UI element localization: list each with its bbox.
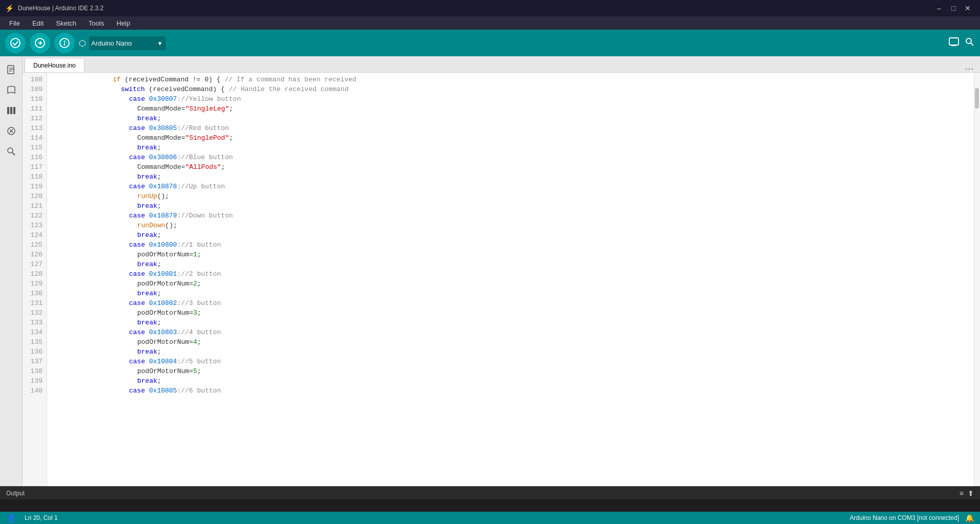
tab-dunehouse[interactable]: DuneHouse.ino xyxy=(25,58,84,72)
code-line-132: podOrMotorNum=3; xyxy=(55,308,974,318)
output-content xyxy=(0,499,980,512)
code-line-118: break; xyxy=(55,172,974,182)
editor-area: DuneHouse.ino … 108 109 110 111 112 113 … xyxy=(23,56,980,486)
code-line-135: podOrMotorNum=4; xyxy=(55,337,974,347)
code-editor[interactable]: 108 109 110 111 112 113 114 115 116 117 … xyxy=(23,73,980,486)
svg-line-21 xyxy=(12,152,15,155)
status-notification-icon: 🔔 xyxy=(965,514,974,522)
menu-help[interactable]: Help xyxy=(111,18,135,28)
code-line-130: break; xyxy=(55,289,974,298)
output-scroll-button[interactable]: ⬆ xyxy=(968,489,974,497)
board-selector-wrapper[interactable]: ⬡ Arduino Nano ▾ xyxy=(79,36,166,50)
code-line-117: CommandMode="AllPods"; xyxy=(55,162,974,172)
main-layout: DuneHouse.ino … 108 109 110 111 112 113 … xyxy=(0,56,980,486)
status-user-icon: 👤 xyxy=(6,513,16,523)
svg-point-3 xyxy=(64,41,66,42)
code-line-133: break; xyxy=(55,318,974,328)
debug-button[interactable] xyxy=(54,33,75,53)
menu-sketch[interactable]: Sketch xyxy=(51,18,81,28)
statusbar: 👤 Ln 20, Col 1 Arduino Nano on COM3 [not… xyxy=(0,512,980,524)
output-header: Output ≡ ⬆ xyxy=(0,487,980,499)
code-line-116: case 0x30806://Blue button xyxy=(55,152,974,162)
serial-monitor-button[interactable] xyxy=(948,36,960,50)
svg-point-0 xyxy=(11,38,20,48)
svg-rect-14 xyxy=(7,107,9,114)
svg-point-20 xyxy=(8,148,13,153)
svg-rect-15 xyxy=(10,107,12,114)
code-line-119: case 0x10878://Up button xyxy=(55,182,974,191)
code-line-128: case 0x10801://2 button xyxy=(55,269,974,279)
output-label: Output xyxy=(6,490,25,497)
code-line-112: break; xyxy=(55,114,974,123)
code-line-120: runUp(); xyxy=(55,191,974,201)
svg-rect-16 xyxy=(13,107,15,114)
svg-line-9 xyxy=(971,43,973,46)
sidebar-item-libraries[interactable] xyxy=(2,101,20,120)
code-line-111: CommandMode="SingleLeg"; xyxy=(55,104,974,114)
code-line-136: break; xyxy=(55,347,974,357)
code-line-126: podOrMotorNum=1; xyxy=(55,250,974,259)
code-line-140: case 0x10805://6 button xyxy=(55,386,974,396)
menu-file[interactable]: File xyxy=(4,18,25,28)
svg-point-8 xyxy=(966,38,971,43)
menu-tools[interactable]: Tools xyxy=(83,18,109,28)
code-line-137: case 0x10804://5 button xyxy=(55,357,974,366)
board-selector[interactable]: Arduino Nano xyxy=(89,36,166,50)
menubar: File Edit Sketch Tools Help xyxy=(0,16,980,30)
code-content[interactable]: if (receivedCommand != 0) { // If a comm… xyxy=(47,73,974,486)
code-line-110: case 0x30807://Yellow button xyxy=(55,94,974,104)
output-clear-button[interactable]: ≡ xyxy=(960,489,964,497)
code-line-124: break; xyxy=(55,230,974,240)
code-line-125: case 0x10800://1 button xyxy=(55,240,974,250)
tab-bar: DuneHouse.ino … xyxy=(23,56,980,73)
tab-more-button[interactable]: … xyxy=(961,61,978,72)
sidebar-item-search[interactable] xyxy=(2,142,20,161)
code-line-127: break; xyxy=(55,259,974,269)
toolbar: ⬡ Arduino Nano ▾ xyxy=(0,30,980,56)
titlebar: ⚡ DuneHouse | Arduino IDE 2.3.2 – □ ✕ xyxy=(0,0,980,16)
code-line-113: case 0x30805://Red button xyxy=(55,123,974,133)
code-line-131: case 0x10802://3 button xyxy=(55,298,974,308)
status-position: Ln 20, Col 1 xyxy=(25,514,58,521)
code-line-122: case 0x10879://Down button xyxy=(55,211,974,221)
right-scrollbar[interactable] xyxy=(974,73,980,486)
upload-button[interactable] xyxy=(30,33,50,53)
code-line-121: break; xyxy=(55,201,974,211)
sidebar-item-debug[interactable] xyxy=(2,122,20,140)
code-line-123: runDown(); xyxy=(55,221,974,230)
code-line-138: podOrMotorNum=5; xyxy=(55,366,974,376)
toolbar-right xyxy=(948,36,975,50)
close-button[interactable]: ✕ xyxy=(961,3,975,13)
code-line-114: CommandMode="SinglePod"; xyxy=(55,133,974,143)
scroll-thumb[interactable] xyxy=(975,88,979,108)
code-line-115: break; xyxy=(55,143,974,152)
search-button[interactable] xyxy=(965,37,975,50)
window-title: DuneHouse | Arduino IDE 2.3.2 xyxy=(18,5,103,12)
svg-rect-5 xyxy=(949,38,958,45)
code-line-109: switch (receivedCommand) { // Handle the… xyxy=(55,84,974,94)
menu-edit[interactable]: Edit xyxy=(27,18,49,28)
maximize-button[interactable]: □ xyxy=(946,3,961,13)
minimize-button[interactable]: – xyxy=(932,3,946,13)
sidebar xyxy=(0,56,23,486)
output-panel: Output ≡ ⬆ xyxy=(0,486,980,512)
app-icon: ⚡ xyxy=(5,4,14,12)
status-board: Arduino Nano on COM3 [not connected] xyxy=(850,514,959,521)
verify-button[interactable] xyxy=(5,33,26,53)
tab-filename: DuneHouse.ino xyxy=(33,62,76,69)
sidebar-item-files[interactable] xyxy=(2,60,20,79)
board-icon: ⬡ xyxy=(79,38,86,48)
code-line-129: podOrMotorNum=2; xyxy=(55,279,974,289)
sidebar-item-sketchbook[interactable] xyxy=(2,81,20,99)
line-numbers: 108 109 110 111 112 113 114 115 116 117 … xyxy=(23,73,47,486)
code-line-108: if (receivedCommand != 0) { // If a comm… xyxy=(55,75,974,84)
code-line-139: break; xyxy=(55,376,974,386)
code-line-134: case 0x10803://4 button xyxy=(55,328,974,337)
